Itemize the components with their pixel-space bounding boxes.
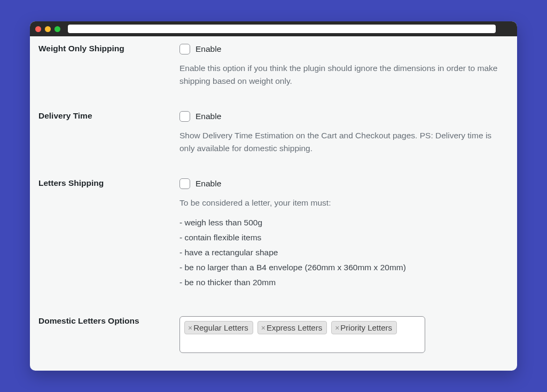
setting-description: To be considered a letter, your item mus… <box>179 197 509 209</box>
list-item: - have a rectangular shape <box>179 248 509 257</box>
letters-checkbox[interactable] <box>179 178 190 189</box>
settings-content: Weight Only Shipping Enable Enable this … <box>30 36 517 371</box>
tag-label: Express Letters <box>267 323 322 332</box>
list-item: - weigh less than 500g <box>179 218 509 228</box>
enable-label: Enable <box>196 179 221 189</box>
list-item: - be no thicker than 20mm <box>179 278 509 287</box>
setting-description: Enable this option if you think the plug… <box>179 62 509 88</box>
list-item: - contain flexible items <box>179 233 509 242</box>
tag-express-letters[interactable]: × Express Letters <box>257 321 327 334</box>
window-close-button[interactable] <box>35 26 41 32</box>
tag-priority-letters[interactable]: × Priority Letters <box>331 321 397 334</box>
enable-line: Enable <box>179 111 509 122</box>
setting-body: Enable To be considered a letter, your i… <box>179 178 509 293</box>
weight-only-checkbox[interactable] <box>179 44 190 54</box>
delivery-time-checkbox[interactable] <box>179 111 190 122</box>
setting-label: Domestic Letters Options <box>38 316 179 326</box>
tag-regular-letters[interactable]: × Regular Letters <box>184 321 253 334</box>
enable-label: Enable <box>196 44 221 54</box>
domestic-letters-multiselect[interactable]: × Regular Letters × Express Letters × Pr… <box>179 316 425 353</box>
traffic-lights <box>35 26 60 32</box>
setting-body: × Regular Letters × Express Letters × Pr… <box>179 316 509 353</box>
letters-requirements-list: - weigh less than 500g - contain flexibl… <box>179 218 509 287</box>
window-fullscreen-button[interactable] <box>54 26 60 32</box>
tag-label: Priority Letters <box>340 323 392 332</box>
remove-tag-icon[interactable]: × <box>188 324 192 332</box>
window-minimize-button[interactable] <box>45 26 51 32</box>
enable-label: Enable <box>196 112 221 121</box>
setting-row-delivery-time: Delivery Time Enable Show Delivery Time … <box>38 111 509 155</box>
enable-line: Enable <box>179 178 509 189</box>
setting-description: Show Delivery Time Estimation on the Car… <box>179 129 509 155</box>
url-bar[interactable] <box>68 25 496 33</box>
setting-label: Weight Only Shipping <box>38 44 179 53</box>
setting-body: Enable Show Delivery Time Estimation on … <box>179 111 509 155</box>
remove-tag-icon[interactable]: × <box>261 324 265 332</box>
setting-row-weight-only: Weight Only Shipping Enable Enable this … <box>38 44 509 88</box>
setting-label: Delivery Time <box>38 111 179 121</box>
setting-row-letters: Letters Shipping Enable To be considered… <box>38 178 509 293</box>
setting-row-domestic-letters: Domestic Letters Options × Regular Lette… <box>38 316 509 353</box>
setting-label: Letters Shipping <box>38 178 179 188</box>
setting-body: Enable Enable this option if you think t… <box>179 44 509 88</box>
enable-line: Enable <box>179 44 509 54</box>
browser-window: Weight Only Shipping Enable Enable this … <box>30 21 517 371</box>
list-item: - be no larger than a B4 envelope (260mm… <box>179 263 509 272</box>
window-titlebar <box>30 21 517 36</box>
tag-label: Regular Letters <box>193 323 248 332</box>
remove-tag-icon[interactable]: × <box>335 324 339 332</box>
